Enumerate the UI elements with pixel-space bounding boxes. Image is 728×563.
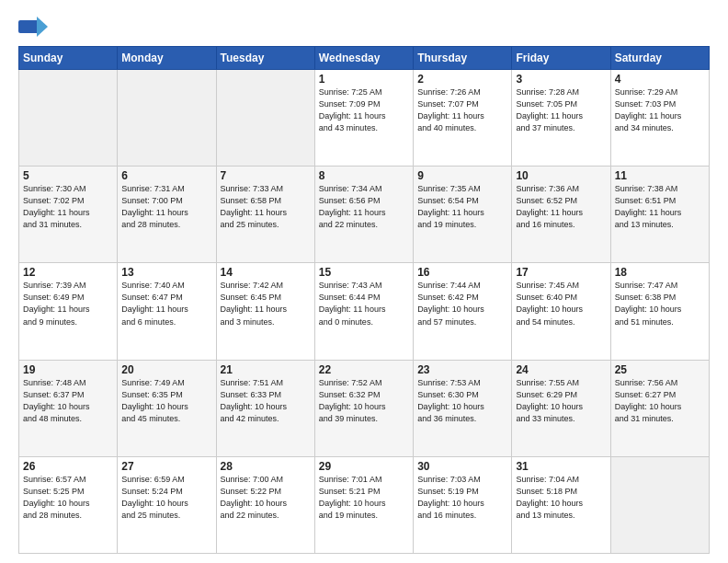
day-number: 24 bbox=[516, 363, 606, 376]
calendar-day-cell: 5Sunrise: 7:30 AM Sunset: 7:02 PM Daylig… bbox=[19, 167, 118, 263]
calendar-day-cell: 11Sunrise: 7:38 AM Sunset: 6:51 PM Dayli… bbox=[610, 167, 709, 263]
calendar-day-cell: 30Sunrise: 7:03 AM Sunset: 5:19 PM Dayli… bbox=[414, 456, 512, 553]
calendar-week-row: 5Sunrise: 7:30 AM Sunset: 7:02 PM Daylig… bbox=[19, 167, 710, 263]
calendar-day-cell bbox=[216, 70, 314, 167]
day-info: Sunrise: 7:30 AM Sunset: 7:02 PM Dayligh… bbox=[23, 183, 113, 231]
svg-rect-0 bbox=[18, 20, 39, 33]
day-info: Sunrise: 7:28 AM Sunset: 7:05 PM Dayligh… bbox=[516, 86, 606, 134]
calendar-week-row: 26Sunrise: 6:57 AM Sunset: 5:25 PM Dayli… bbox=[19, 456, 710, 553]
day-info: Sunrise: 7:25 AM Sunset: 7:09 PM Dayligh… bbox=[319, 86, 409, 134]
calendar-header-row: SundayMondayTuesdayWednesdayThursdayFrid… bbox=[19, 47, 710, 70]
calendar-day-cell: 23Sunrise: 7:53 AM Sunset: 6:30 PM Dayli… bbox=[414, 360, 512, 456]
day-info: Sunrise: 7:01 AM Sunset: 5:21 PM Dayligh… bbox=[319, 474, 409, 522]
day-number: 17 bbox=[516, 266, 606, 279]
day-info: Sunrise: 7:00 AM Sunset: 5:22 PM Dayligh… bbox=[221, 474, 311, 522]
day-info: Sunrise: 7:51 AM Sunset: 6:33 PM Dayligh… bbox=[221, 377, 311, 425]
day-info: Sunrise: 7:35 AM Sunset: 6:54 PM Dayligh… bbox=[417, 183, 507, 231]
day-number: 9 bbox=[417, 169, 507, 182]
calendar-day-cell: 9Sunrise: 7:35 AM Sunset: 6:54 PM Daylig… bbox=[414, 167, 512, 263]
day-info: Sunrise: 7:44 AM Sunset: 6:42 PM Dayligh… bbox=[417, 280, 507, 327]
day-info: Sunrise: 7:04 AM Sunset: 5:18 PM Dayligh… bbox=[516, 474, 606, 522]
day-info: Sunrise: 7:03 AM Sunset: 5:19 PM Dayligh… bbox=[417, 474, 507, 522]
calendar-day-cell: 19Sunrise: 7:48 AM Sunset: 6:37 PM Dayli… bbox=[19, 360, 118, 456]
day-number: 29 bbox=[319, 460, 409, 473]
day-info: Sunrise: 7:45 AM Sunset: 6:40 PM Dayligh… bbox=[516, 280, 606, 327]
day-number: 23 bbox=[417, 363, 507, 376]
day-number: 30 bbox=[417, 460, 507, 473]
day-number: 6 bbox=[121, 169, 211, 182]
calendar-day-cell: 10Sunrise: 7:36 AM Sunset: 6:52 PM Dayli… bbox=[512, 167, 610, 263]
day-number: 5 bbox=[23, 169, 113, 182]
day-number: 16 bbox=[417, 266, 507, 279]
day-number: 25 bbox=[615, 363, 705, 376]
calendar-day-cell: 15Sunrise: 7:43 AM Sunset: 6:44 PM Dayli… bbox=[314, 263, 413, 360]
day-number: 8 bbox=[319, 169, 409, 182]
day-number: 13 bbox=[121, 266, 211, 279]
calendar-day-cell bbox=[610, 456, 709, 553]
calendar-day-cell: 7Sunrise: 7:33 AM Sunset: 6:58 PM Daylig… bbox=[216, 167, 314, 263]
day-info: Sunrise: 6:59 AM Sunset: 5:24 PM Dayligh… bbox=[121, 474, 211, 522]
day-info: Sunrise: 7:38 AM Sunset: 6:51 PM Dayligh… bbox=[615, 183, 705, 231]
day-info: Sunrise: 7:40 AM Sunset: 6:47 PM Dayligh… bbox=[121, 280, 211, 327]
calendar-day-cell: 12Sunrise: 7:39 AM Sunset: 6:49 PM Dayli… bbox=[19, 263, 118, 360]
day-info: Sunrise: 7:48 AM Sunset: 6:37 PM Dayligh… bbox=[23, 377, 113, 425]
calendar-day-cell: 29Sunrise: 7:01 AM Sunset: 5:21 PM Dayli… bbox=[314, 456, 413, 553]
day-info: Sunrise: 7:53 AM Sunset: 6:30 PM Dayligh… bbox=[417, 377, 507, 425]
day-number: 3 bbox=[516, 73, 606, 86]
calendar-day-cell: 1Sunrise: 7:25 AM Sunset: 7:09 PM Daylig… bbox=[314, 70, 413, 167]
calendar-day-cell: 27Sunrise: 6:59 AM Sunset: 5:24 PM Dayli… bbox=[118, 456, 216, 553]
calendar-weekday-header: Wednesday bbox=[314, 47, 413, 70]
calendar-table: SundayMondayTuesdayWednesdayThursdayFrid… bbox=[18, 46, 710, 554]
day-number: 2 bbox=[417, 73, 507, 86]
day-number: 10 bbox=[516, 169, 606, 182]
day-number: 22 bbox=[319, 363, 409, 376]
calendar-day-cell bbox=[19, 70, 118, 167]
day-info: Sunrise: 7:52 AM Sunset: 6:32 PM Dayligh… bbox=[319, 377, 409, 425]
day-info: Sunrise: 7:47 AM Sunset: 6:38 PM Dayligh… bbox=[615, 280, 705, 327]
day-info: Sunrise: 7:29 AM Sunset: 7:03 PM Dayligh… bbox=[615, 86, 705, 134]
calendar-day-cell bbox=[118, 70, 216, 167]
calendar-week-row: 19Sunrise: 7:48 AM Sunset: 6:37 PM Dayli… bbox=[19, 360, 710, 456]
day-number: 15 bbox=[319, 266, 409, 279]
calendar-day-cell: 14Sunrise: 7:42 AM Sunset: 6:45 PM Dayli… bbox=[216, 263, 314, 360]
calendar-day-cell: 26Sunrise: 6:57 AM Sunset: 5:25 PM Dayli… bbox=[19, 456, 118, 553]
header bbox=[18, 17, 710, 37]
calendar-weekday-header: Tuesday bbox=[216, 47, 314, 70]
calendar-day-cell: 24Sunrise: 7:55 AM Sunset: 6:29 PM Dayli… bbox=[512, 360, 610, 456]
calendar-day-cell: 16Sunrise: 7:44 AM Sunset: 6:42 PM Dayli… bbox=[414, 263, 512, 360]
page: SundayMondayTuesdayWednesdayThursdayFrid… bbox=[0, 0, 728, 563]
day-info: Sunrise: 7:49 AM Sunset: 6:35 PM Dayligh… bbox=[121, 377, 211, 425]
calendar-weekday-header: Thursday bbox=[414, 47, 512, 70]
day-number: 26 bbox=[23, 460, 113, 473]
day-number: 1 bbox=[319, 73, 409, 86]
day-number: 14 bbox=[221, 266, 311, 279]
day-number: 21 bbox=[221, 363, 311, 376]
day-info: Sunrise: 7:43 AM Sunset: 6:44 PM Dayligh… bbox=[319, 280, 409, 327]
day-number: 27 bbox=[121, 460, 211, 473]
logo bbox=[18, 17, 51, 37]
calendar-day-cell: 28Sunrise: 7:00 AM Sunset: 5:22 PM Dayli… bbox=[216, 456, 314, 553]
day-info: Sunrise: 7:33 AM Sunset: 6:58 PM Dayligh… bbox=[221, 183, 311, 231]
calendar-day-cell: 25Sunrise: 7:56 AM Sunset: 6:27 PM Dayli… bbox=[610, 360, 709, 456]
calendar-weekday-header: Saturday bbox=[610, 47, 709, 70]
day-info: Sunrise: 7:42 AM Sunset: 6:45 PM Dayligh… bbox=[221, 280, 311, 327]
calendar-day-cell: 2Sunrise: 7:26 AM Sunset: 7:07 PM Daylig… bbox=[414, 70, 512, 167]
day-number: 18 bbox=[615, 266, 705, 279]
calendar-day-cell: 6Sunrise: 7:31 AM Sunset: 7:00 PM Daylig… bbox=[118, 167, 216, 263]
calendar-week-row: 1Sunrise: 7:25 AM Sunset: 7:09 PM Daylig… bbox=[19, 70, 710, 167]
day-info: Sunrise: 7:34 AM Sunset: 6:56 PM Dayligh… bbox=[319, 183, 409, 231]
day-number: 28 bbox=[221, 460, 311, 473]
day-info: Sunrise: 7:31 AM Sunset: 7:00 PM Dayligh… bbox=[121, 183, 211, 231]
day-number: 11 bbox=[615, 169, 705, 182]
day-number: 19 bbox=[23, 363, 113, 376]
day-info: Sunrise: 7:36 AM Sunset: 6:52 PM Dayligh… bbox=[516, 183, 606, 231]
logo-icon bbox=[18, 17, 48, 37]
day-info: Sunrise: 6:57 AM Sunset: 5:25 PM Dayligh… bbox=[23, 474, 113, 522]
day-info: Sunrise: 7:55 AM Sunset: 6:29 PM Dayligh… bbox=[516, 377, 606, 425]
calendar-day-cell: 18Sunrise: 7:47 AM Sunset: 6:38 PM Dayli… bbox=[610, 263, 709, 360]
day-info: Sunrise: 7:26 AM Sunset: 7:07 PM Dayligh… bbox=[417, 86, 507, 134]
calendar-day-cell: 22Sunrise: 7:52 AM Sunset: 6:32 PM Dayli… bbox=[314, 360, 413, 456]
calendar-day-cell: 31Sunrise: 7:04 AM Sunset: 5:18 PM Dayli… bbox=[512, 456, 610, 553]
day-number: 7 bbox=[221, 169, 311, 182]
day-info: Sunrise: 7:56 AM Sunset: 6:27 PM Dayligh… bbox=[615, 377, 705, 425]
